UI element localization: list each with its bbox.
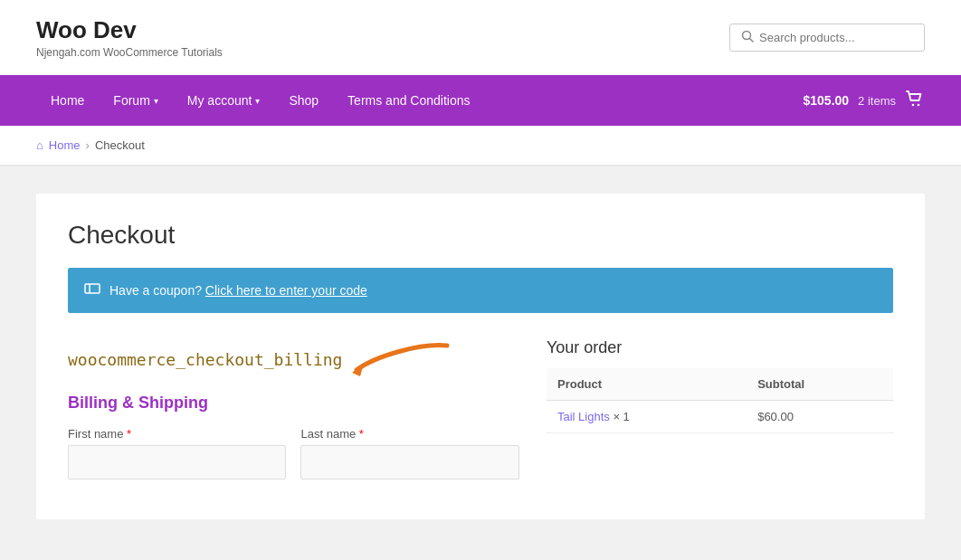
billing-shipping-title: Billing & Shipping <box>68 394 519 413</box>
nav-items: Home Forum ▾ My account ▾ Shop Terms and… <box>36 77 485 124</box>
site-title: Woo Dev <box>36 16 223 44</box>
coupon-banner: Have a coupon? Click here to enter your … <box>68 268 893 313</box>
col-billing: woocommerce_checkout_billing Billing & S… <box>68 338 519 492</box>
breadcrumb-separator: › <box>86 138 90 152</box>
first-name-label: First name * <box>68 427 286 441</box>
cart-price: $105.00 <box>803 93 849 108</box>
search-bar[interactable] <box>729 24 925 52</box>
nav-forum[interactable]: Forum ▾ <box>99 77 172 124</box>
search-icon <box>741 30 754 45</box>
checkout-title: Checkout <box>68 221 893 250</box>
breadcrumb-current: Checkout <box>95 138 145 152</box>
cart-button[interactable] <box>905 89 925 113</box>
first-name-group: First name * <box>68 427 286 479</box>
arrow-icon <box>347 338 456 386</box>
last-name-required: * <box>359 427 364 441</box>
order-product-cell: Tail Lights × 1 <box>547 401 747 433</box>
forum-chevron-icon: ▾ <box>154 96 158 106</box>
order-table: Product Subtotal Tail Lights × 1 <box>547 368 893 433</box>
checkout-columns: woocommerce_checkout_billing Billing & S… <box>68 338 893 492</box>
coupon-text: Have a coupon? Click here to enter your … <box>109 283 367 298</box>
cart-count: 2 items <box>858 94 896 108</box>
search-input[interactable] <box>759 31 913 44</box>
order-subtotal-cell: $60.00 <box>747 401 893 433</box>
svg-point-2 <box>912 103 915 106</box>
last-name-label: Last name * <box>300 427 519 441</box>
cart-area: $105.00 2 items <box>803 89 925 113</box>
first-name-required: * <box>127 427 131 441</box>
product-link[interactable]: Tail Lights <box>557 410 613 423</box>
breadcrumb: ⌂ Home › Checkout <box>0 126 961 166</box>
nav-shop[interactable]: Shop <box>274 77 333 124</box>
breadcrumb-home-link[interactable]: Home <box>49 138 81 152</box>
coupon-link[interactable]: Click here to enter your code <box>205 283 367 298</box>
home-icon: ⌂ <box>36 138 43 152</box>
nav-terms[interactable]: Terms and Conditions <box>333 77 484 124</box>
col-order: Your order Product Subtotal Tail Lights <box>547 338 893 492</box>
col-header-subtotal: Subtotal <box>747 368 893 401</box>
first-name-input[interactable] <box>68 445 286 479</box>
last-name-group: Last name * <box>300 427 519 479</box>
main-content: Checkout Have a coupon? Click here to en… <box>0 166 961 546</box>
last-name-input[interactable] <box>300 445 519 479</box>
product-qty: × 1 <box>613 410 629 423</box>
order-row: Tail Lights × 1 $60.00 <box>547 401 893 433</box>
site-tagline: Njengah.com WooCommerce Tutorials <box>36 46 223 59</box>
svg-marker-6 <box>352 364 364 376</box>
site-branding: Woo Dev Njengah.com WooCommerce Tutorial… <box>36 16 223 59</box>
checkout-box: Checkout Have a coupon? Click here to en… <box>36 194 925 519</box>
my-account-chevron-icon: ▾ <box>255 96 260 106</box>
nav-home[interactable]: Home <box>36 77 99 124</box>
svg-point-3 <box>918 103 920 106</box>
col-header-product: Product <box>547 368 747 401</box>
svg-rect-4 <box>85 284 100 293</box>
nav-my-account[interactable]: My account ▾ <box>173 77 275 124</box>
site-header: Woo Dev Njengah.com WooCommerce Tutorial… <box>0 0 961 75</box>
your-order-title: Your order <box>547 338 893 357</box>
billing-hook-label: woocommerce_checkout_billing <box>68 350 342 369</box>
name-form-row: First name * Last name * <box>68 427 519 479</box>
coupon-icon <box>84 280 100 300</box>
svg-line-1 <box>750 39 754 43</box>
main-navbar: Home Forum ▾ My account ▾ Shop Terms and… <box>0 75 961 126</box>
